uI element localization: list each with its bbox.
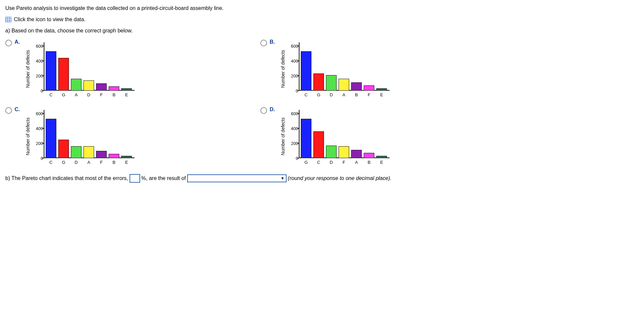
radio-option-B[interactable] bbox=[260, 40, 267, 46]
bar bbox=[351, 150, 362, 158]
option-label: B. bbox=[270, 39, 278, 45]
bar bbox=[83, 146, 94, 158]
bar bbox=[364, 85, 374, 91]
percent-input[interactable] bbox=[130, 174, 140, 183]
xcat-label: E bbox=[121, 92, 132, 97]
option-A: A.Number of defects0200400600CGADFBE bbox=[5, 39, 247, 99]
bar bbox=[46, 119, 56, 158]
option-label: A. bbox=[15, 39, 23, 45]
bar bbox=[58, 58, 69, 91]
xcat-label: F bbox=[364, 92, 374, 97]
bar bbox=[313, 131, 324, 158]
bar bbox=[71, 146, 81, 158]
y-axis bbox=[44, 42, 44, 91]
bar bbox=[376, 156, 387, 158]
bar bbox=[109, 154, 119, 158]
xcat-label: D bbox=[71, 160, 81, 165]
radio-option-A[interactable] bbox=[5, 40, 12, 46]
bar bbox=[364, 153, 374, 158]
plot-area: 0200400600CGDABFE bbox=[287, 39, 390, 99]
bar bbox=[326, 146, 337, 158]
data-link-row: Click the icon to view the data. bbox=[5, 17, 639, 22]
xcat-label: D bbox=[326, 160, 337, 165]
xcat-label: G bbox=[58, 160, 69, 165]
ytick-label: 400 bbox=[291, 59, 298, 64]
bar bbox=[96, 83, 107, 91]
ytick-label: 200 bbox=[291, 73, 298, 78]
option-label: D. bbox=[270, 107, 278, 112]
xcat-label: B bbox=[109, 92, 119, 97]
ytick-label: 0 bbox=[41, 88, 43, 93]
bar bbox=[83, 80, 94, 91]
xcat-label: D bbox=[83, 92, 94, 97]
ytick-label: 0 bbox=[41, 156, 43, 161]
y-axis bbox=[44, 110, 44, 158]
xcat-label: C bbox=[46, 160, 56, 165]
ytick-label: 600 bbox=[291, 44, 298, 49]
chart-wrap: Number of defects0200400600GCDFABE bbox=[280, 107, 393, 166]
data-link-text[interactable]: Click the icon to view the data. bbox=[14, 17, 85, 22]
ytick-label: 400 bbox=[291, 126, 298, 131]
y-axis bbox=[299, 110, 299, 158]
ytick-label: 200 bbox=[36, 141, 43, 146]
ytick-label: 0 bbox=[296, 88, 298, 93]
option-label: C. bbox=[15, 107, 23, 112]
bar bbox=[376, 88, 387, 91]
ytick-label: 600 bbox=[36, 111, 43, 116]
chart-wrap: Number of defects0200400600CGDABFE bbox=[280, 39, 393, 99]
plot-area: 0200400600CGADFBE bbox=[32, 39, 134, 99]
y-axis-label: Number of defects bbox=[25, 117, 30, 155]
xcat-label: A bbox=[339, 92, 349, 97]
bar bbox=[96, 151, 107, 158]
xcat-label: B bbox=[351, 92, 362, 97]
bar bbox=[109, 86, 119, 91]
data-table-icon[interactable] bbox=[5, 17, 11, 22]
xcat-label: C bbox=[313, 160, 324, 165]
xcat-label: B bbox=[364, 160, 374, 165]
question-text: Use Pareto analysis to investigate the d… bbox=[5, 5, 639, 11]
bar bbox=[301, 119, 311, 158]
xcat-label: G bbox=[58, 92, 69, 97]
part-b-post: (round your response to one decimal plac… bbox=[288, 175, 392, 181]
y-axis bbox=[299, 42, 299, 91]
bar bbox=[339, 146, 349, 158]
ytick-label: 200 bbox=[291, 141, 298, 146]
bar bbox=[71, 79, 81, 91]
bar bbox=[301, 51, 311, 91]
xcat-label: A bbox=[71, 92, 81, 97]
reason-select[interactable]: ▼ bbox=[187, 174, 287, 182]
bar bbox=[351, 82, 362, 91]
bar bbox=[326, 75, 337, 91]
plot-area: 0200400600CGDAFBE bbox=[32, 107, 134, 166]
xcat-label: F bbox=[96, 92, 107, 97]
part-a-label: a) Based on the data, choose the correct… bbox=[5, 28, 639, 34]
xcat-label: E bbox=[376, 92, 387, 97]
xcat-label: F bbox=[339, 160, 349, 165]
xcat-label: A bbox=[83, 160, 94, 165]
ytick-label: 600 bbox=[291, 111, 298, 116]
xcat-label: F bbox=[96, 160, 107, 165]
xcat-label: C bbox=[46, 92, 56, 97]
bar bbox=[339, 79, 349, 91]
radio-option-C[interactable] bbox=[5, 107, 12, 114]
xcat-label: D bbox=[326, 92, 337, 97]
chevron-down-icon: ▼ bbox=[281, 176, 285, 181]
option-D: D.Number of defects0200400600GCDFABE bbox=[260, 107, 502, 166]
plot-area: 0200400600GCDFABE bbox=[287, 107, 390, 166]
bar bbox=[121, 88, 132, 91]
option-B: B.Number of defects0200400600CGDABFE bbox=[260, 39, 502, 99]
ytick-label: 400 bbox=[36, 126, 43, 131]
xcat-label: G bbox=[313, 92, 324, 97]
ytick-label: 0 bbox=[296, 156, 298, 161]
xcat-label: E bbox=[121, 160, 132, 165]
part-b-pre: b) The Pareto chart indicates that most … bbox=[5, 175, 128, 181]
xcat-label: E bbox=[376, 160, 387, 165]
chart-wrap: Number of defects0200400600CGDAFBE bbox=[25, 107, 138, 166]
bar bbox=[121, 156, 132, 158]
radio-option-D[interactable] bbox=[260, 107, 267, 114]
svg-rect-0 bbox=[5, 17, 11, 22]
xcat-label: A bbox=[351, 160, 362, 165]
ytick-label: 600 bbox=[36, 44, 43, 49]
bar bbox=[313, 73, 324, 91]
xcat-label: C bbox=[301, 92, 311, 97]
